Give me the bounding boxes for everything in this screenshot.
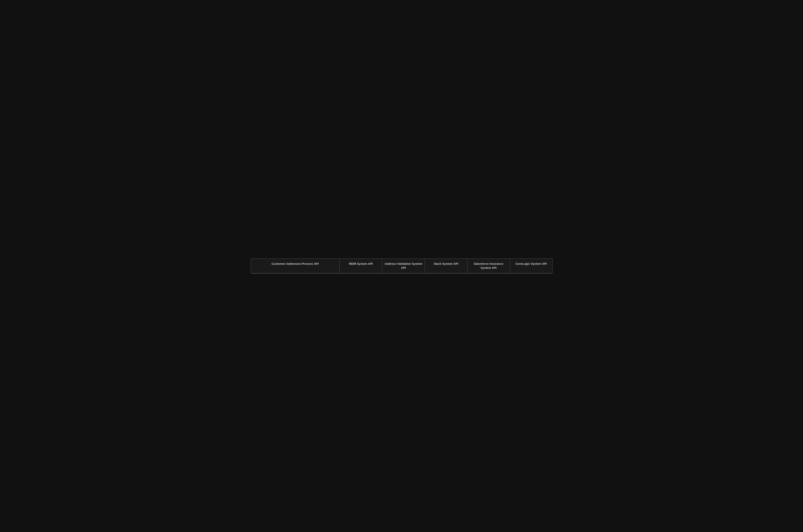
diagram-container: Customer Addresses Process API MDM Syste… [251,259,553,273]
lanes-header: Customer Addresses Process API MDM Syste… [251,259,552,273]
lane-header-core: CoreLogic System API [510,259,552,273]
lane-header-sf: Salesforce Insurance System API [468,259,510,273]
lane-header-addr: Address Validation System API [382,259,425,273]
lane-header-main: Customer Addresses Process API [251,259,340,273]
diagram-wrapper: Customer Addresses Process API MDM Syste… [244,252,559,280]
lane-header-mdm: MDM System API [340,259,382,273]
lane-header-slack: Slack System API [425,259,468,273]
